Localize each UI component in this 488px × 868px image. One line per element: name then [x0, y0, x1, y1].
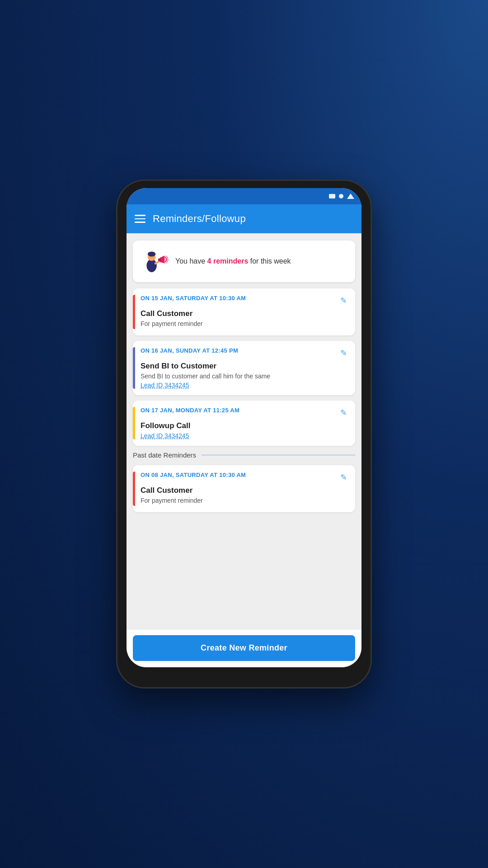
phone-screen: Reminders/Followup	[127, 188, 361, 667]
card-description: Send BI to customer and call him for the…	[141, 373, 349, 380]
card-datetime: ON 16 JAN, SUNDAY AT 12:45 PM	[141, 347, 238, 354]
card-datetime: ON 15 JAN, SATURDAY AT 10:30 AM	[141, 295, 246, 302]
card-bar	[133, 295, 135, 329]
reminder-card: ON 15 JAN, SATURDAY AT 10:30 AM✎Call Cus…	[133, 288, 355, 335]
card-header: ON 15 JAN, SATURDAY AT 10:30 AM✎	[141, 295, 349, 307]
reminder-count: 4 reminders	[207, 257, 249, 265]
card-content: ON 16 JAN, SUNDAY AT 12:45 PM✎Send BI to…	[141, 347, 349, 389]
divider-line	[202, 455, 355, 456]
page-title: Reminders/Followup	[153, 213, 246, 225]
card-lead-id[interactable]: Lead ID 3434245	[141, 382, 349, 389]
menu-button[interactable]	[135, 215, 145, 223]
card-title: Call Customer	[141, 309, 349, 318]
card-bar	[133, 347, 135, 389]
toolbar: Reminders/Followup	[127, 204, 361, 233]
card-title: Followup Call	[141, 421, 349, 430]
card-content: ON 17 JAN, MONDAY AT 11:25 AM✎Followup C…	[141, 407, 349, 439]
card-description: For payment reminder	[141, 497, 349, 504]
create-reminder-button[interactable]: Create New Reminder	[133, 635, 355, 661]
card-content: ON 15 JAN, SATURDAY AT 10:30 AM✎Call Cus…	[141, 295, 349, 329]
card-header: ON 08 JAN, SATURDAY AT 10:30 AM✎	[141, 472, 349, 483]
svg-point-0	[146, 259, 156, 272]
card-content: ON 08 JAN, SATURDAY AT 10:30 AM✎Call Cus…	[141, 472, 349, 506]
card-datetime: ON 17 JAN, MONDAY AT 11:25 AM	[141, 407, 239, 414]
reminder-card: ON 17 JAN, MONDAY AT 11:25 AM✎Followup C…	[133, 401, 355, 446]
edit-button[interactable]: ✎	[338, 295, 349, 307]
signal-icon	[329, 194, 335, 198]
card-header: ON 17 JAN, MONDAY AT 11:25 AM✎	[141, 407, 349, 419]
wifi-icon	[339, 194, 343, 198]
reminder-list: ON 15 JAN, SATURDAY AT 10:30 AM✎Call Cus…	[133, 288, 355, 446]
card-title: Send BI to Customer	[141, 362, 349, 371]
edit-button[interactable]: ✎	[338, 472, 349, 483]
card-description: For payment reminder	[141, 320, 349, 327]
reminder-card: ON 16 JAN, SUNDAY AT 12:45 PM✎Send BI to…	[133, 341, 355, 395]
svg-rect-5	[158, 259, 161, 261]
edit-button[interactable]: ✎	[338, 407, 349, 419]
svg-point-2	[148, 251, 156, 256]
status-bar	[127, 188, 361, 204]
past-section-divider: Past date Reminders	[133, 451, 355, 459]
illustration	[140, 247, 169, 276]
card-title: Call Customer	[141, 486, 349, 495]
card-header: ON 16 JAN, SUNDAY AT 12:45 PM✎	[141, 347, 349, 359]
card-bar	[133, 407, 135, 439]
past-reminder-list: ON 08 JAN, SATURDAY AT 10:30 AM✎Call Cus…	[133, 465, 355, 512]
card-bar	[133, 472, 135, 506]
bottom-bar: Create New Reminder	[127, 630, 361, 667]
content-area: You have 4 reminders for this week ON 15…	[127, 233, 361, 630]
edit-button[interactable]: ✎	[338, 347, 349, 359]
card-datetime: ON 08 JAN, SATURDAY AT 10:30 AM	[141, 472, 246, 478]
summary-banner: You have 4 reminders for this week	[133, 241, 355, 282]
past-section-label: Past date Reminders	[133, 451, 196, 459]
phone-device: Reminders/Followup	[117, 181, 371, 687]
summary-text: You have 4 reminders for this week	[175, 257, 291, 265]
card-lead-id[interactable]: Lead ID 3434245	[141, 432, 349, 439]
battery-icon	[347, 193, 354, 199]
reminder-card: ON 08 JAN, SATURDAY AT 10:30 AM✎Call Cus…	[133, 465, 355, 512]
